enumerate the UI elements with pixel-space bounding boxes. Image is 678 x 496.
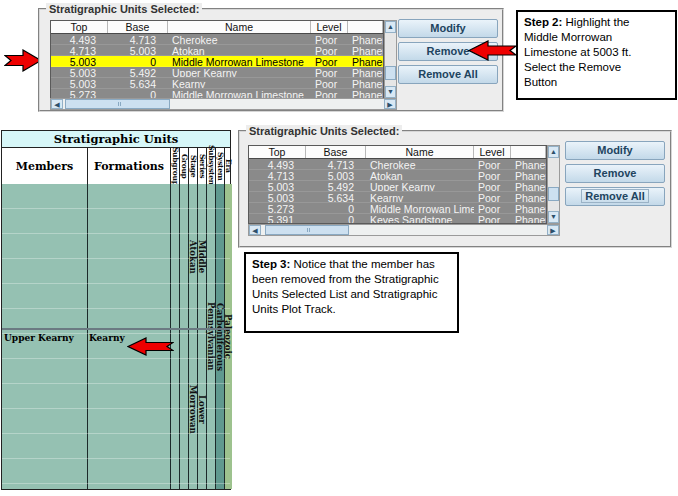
- cell-top: 4,493: [249, 159, 306, 169]
- col-header-subsystem: Subsystem: [206, 148, 215, 184]
- cell-era: Phaner: [511, 181, 546, 191]
- col-header-subgroup: Subgroup: [170, 148, 179, 184]
- table-row[interactable]: 4,493 4,713 Cherokee Poor Phaner: [249, 159, 546, 170]
- member-label: Upper Kearny: [4, 333, 74, 343]
- scrollbar-thumb[interactable]: [265, 225, 349, 235]
- col-header-name[interactable]: Name: [366, 146, 474, 158]
- table-row[interactable]: 5,391 0 Keyes Sandstone Poor Phaner: [249, 214, 546, 224]
- cell-era: Phaner: [348, 34, 383, 44]
- table-row[interactable]: 5,003 5,492 Upper Kearny Poor Phaner: [249, 181, 546, 192]
- table-row[interactable]: 5,003 0 Middle Morrowan Limestone Poor P…: [51, 56, 383, 67]
- cell-base: 5,003: [108, 45, 168, 55]
- cell-era: Phaner: [348, 45, 383, 55]
- table-header: Top Base Name Level: [51, 21, 383, 34]
- cell-base: 5,492: [306, 181, 366, 191]
- track-title: Stratigraphic Units: [2, 131, 230, 148]
- stratigraphic-units-selected-group-2: Stratigraphic Units Selected: Top Base N…: [238, 130, 672, 248]
- table-row[interactable]: 4,713 5,003 Atokan Poor Phaner: [51, 45, 383, 56]
- cell-top: 5,003: [51, 56, 108, 66]
- cell-top: 4,713: [249, 170, 306, 180]
- col-header-top[interactable]: Top: [249, 146, 306, 158]
- table-row[interactable]: 5,003 5,634 Kearny Poor Phaner: [51, 78, 383, 89]
- formation-top-boundary: [2, 328, 230, 330]
- col-header-members: Members: [2, 148, 87, 184]
- step2-line: Highlight the: [566, 16, 630, 28]
- scrollbar-trough[interactable]: [63, 99, 384, 109]
- col-header-era[interactable]: [511, 146, 546, 158]
- scroll-down-icon[interactable]: ▼: [385, 86, 396, 98]
- callout-arrow-right-icon: [4, 49, 42, 72]
- remove-all-button[interactable]: Remove All: [565, 187, 665, 206]
- cell-level: Poor: [474, 214, 511, 224]
- scroll-left-icon[interactable]: ◀: [51, 99, 63, 109]
- table-row[interactable]: 4,713 5,003 Atokan Poor Phaner: [249, 170, 546, 181]
- table-row[interactable]: 4,493 4,713 Cherokee Poor Phaner: [51, 34, 383, 45]
- era-label-paleozoic: Paleozoic: [224, 184, 232, 489]
- col-header-level[interactable]: Level: [311, 21, 348, 33]
- cell-base: 4,713: [306, 159, 366, 169]
- cell-level: Poor: [474, 159, 511, 169]
- cell-name: Cherokee: [168, 34, 311, 44]
- table-row[interactable]: 5,003 5,634 Kearny Poor Phaner: [249, 192, 546, 203]
- scrollbar-trough[interactable]: [548, 158, 559, 211]
- groupbox-title: Stratigraphic Units Selected:: [46, 3, 202, 15]
- cell-level: Poor: [311, 45, 348, 55]
- table-row[interactable]: 5,003 5,492 Upper Kearny Poor Phaner: [51, 67, 383, 78]
- cell-era: Phaner: [511, 203, 546, 213]
- cell-name: Middle Morrowan Limestone: [168, 56, 311, 66]
- step3-line: Notice that the member has: [294, 258, 435, 270]
- strat-units-table-2: Top Base Name Level 4,493 4,713 Cherokee…: [248, 145, 547, 224]
- formation-label: Kearny: [89, 333, 125, 343]
- cell-name: Atokan: [366, 170, 474, 180]
- cell-top: 5,391: [249, 214, 306, 224]
- col-header-group: Group: [179, 148, 188, 184]
- step2-note: Step 2: Highlight the Middle Morrowan Li…: [516, 10, 677, 100]
- cell-top: 5,003: [249, 192, 306, 202]
- modify-button[interactable]: Modify: [398, 19, 498, 38]
- scrollbar-thumb[interactable]: [385, 66, 396, 80]
- step2-line: Select the Remove: [524, 60, 669, 75]
- cell-name: Kearny: [168, 78, 311, 88]
- cell-name: Middle Morrowan Limestone: [366, 203, 474, 213]
- cell-top: 5,003: [249, 181, 306, 191]
- scrollbar-thumb[interactable]: [65, 99, 170, 109]
- step3-line: Units Plot Track.: [252, 302, 451, 317]
- table-body: 4,493 4,713 Cherokee Poor Phaner 4,713 5…: [249, 159, 546, 224]
- scrollbar-trough[interactable]: [385, 33, 396, 86]
- scroll-right-icon[interactable]: ▶: [384, 99, 396, 109]
- remove-all-button[interactable]: Remove All: [398, 65, 498, 84]
- cell-name: Keyes Sandstone: [366, 214, 474, 224]
- col-header-era[interactable]: [348, 21, 383, 33]
- scroll-up-icon[interactable]: ▲: [385, 21, 396, 33]
- col-header-base[interactable]: Base: [108, 21, 168, 33]
- cell-era: Phaner: [348, 56, 383, 66]
- cell-base: 5,634: [108, 78, 168, 88]
- cell-top: 5,003: [51, 78, 108, 88]
- scroll-up-icon[interactable]: ▲: [548, 146, 559, 158]
- members-formations-divider: [87, 184, 88, 489]
- step2-label: Step 2:: [524, 16, 562, 28]
- cell-top: 4,493: [51, 34, 108, 44]
- cell-top: 5,003: [51, 67, 108, 77]
- cell-era: Phaner: [511, 214, 546, 224]
- table-row[interactable]: 5,273 0 Middle Morrowan Limestone Poor P…: [249, 203, 546, 214]
- step3-label: Step 3:: [252, 258, 290, 270]
- col-header-name[interactable]: Name: [168, 21, 311, 33]
- remove-button[interactable]: Remove: [565, 164, 665, 183]
- cell-top: 5,273: [249, 203, 306, 213]
- scrollbar-trough[interactable]: [261, 225, 547, 235]
- cell-name: Upper Kearny: [366, 181, 474, 191]
- cell-level: Poor: [474, 170, 511, 180]
- scrollbar-thumb[interactable]: [548, 187, 559, 201]
- step3-note: Step 3: Notice that the member has been …: [244, 252, 459, 333]
- col-header-top[interactable]: Top: [51, 21, 108, 33]
- col-header-level[interactable]: Level: [474, 146, 511, 158]
- col-header-base[interactable]: Base: [306, 146, 366, 158]
- stratigraphic-units-plot-track: Stratigraphic Units Members Formations S…: [1, 130, 231, 490]
- stratigraphic-units-selected-group-1: Stratigraphic Units Selected: Top Base N…: [38, 8, 504, 112]
- modify-button[interactable]: Modify: [565, 141, 665, 160]
- scroll-right-icon[interactable]: ▶: [547, 225, 559, 235]
- scroll-left-icon[interactable]: ◀: [249, 225, 261, 235]
- cell-level: Poor: [311, 34, 348, 44]
- scroll-down-icon[interactable]: ▼: [548, 211, 559, 223]
